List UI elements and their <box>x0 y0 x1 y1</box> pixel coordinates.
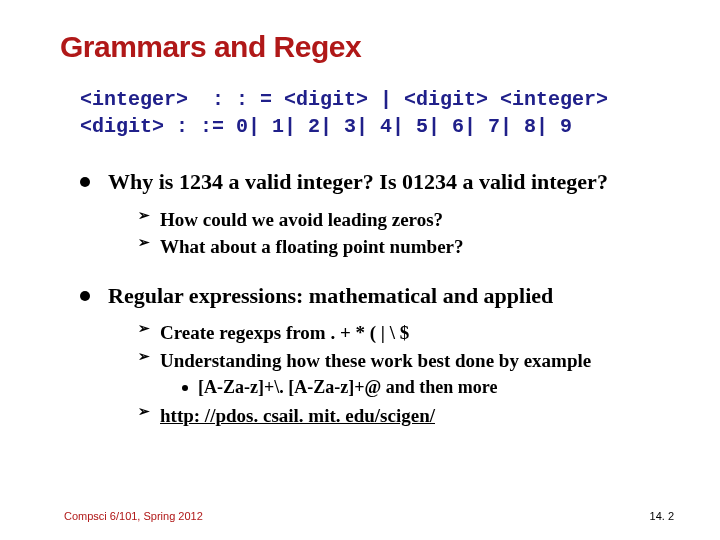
bullet-2-subs: Create regexps from . + * ( | \ $ Unders… <box>108 320 680 428</box>
slide-title: Grammars and Regex <box>60 30 680 64</box>
bullet-1-text: Why is 1234 a valid integer? Is 01234 a … <box>108 168 680 197</box>
bullet-2-text: Regular expressions: mathematical and ap… <box>108 282 680 311</box>
bullet-1-sub-2: What about a floating point number? <box>138 234 680 260</box>
bullet-2-sub-1: Create regexps from . + * ( | \ $ <box>138 320 680 346</box>
bullet-list: Why is 1234 a valid integer? Is 01234 a … <box>60 168 680 429</box>
bullet-2-sub-3: http: //pdos. csail. mit. edu/scigen/ <box>138 403 680 429</box>
bullet-1: Why is 1234 a valid integer? Is 01234 a … <box>80 168 680 260</box>
grammar-line-1: <integer> : : = <digit> | <digit> <integ… <box>80 88 608 111</box>
bullet-1-sub-1: How could we avoid leading zeros? <box>138 207 680 233</box>
grammar-block: <integer> : : = <digit> | <digit> <integ… <box>80 86 680 140</box>
scigen-link[interactable]: http: //pdos. csail. mit. edu/scigen/ <box>160 405 435 426</box>
bullet-2: Regular expressions: mathematical and ap… <box>80 282 680 429</box>
grammar-line-2: <digit> : := 0| 1| 2| 3| 4| 5| 6| 7| 8| … <box>80 115 572 138</box>
bullet-2-sub-2: Understanding how these work best done b… <box>138 348 680 399</box>
footer-course: Compsci 6/101, Spring 2012 <box>64 510 203 522</box>
bullet-2-sub-2-sub-1: [A-Za-z]+\. [A-Za-z]+@ and then more <box>182 376 680 399</box>
slide: Grammars and Regex <integer> : : = <digi… <box>0 0 720 540</box>
bullet-1-subs: How could we avoid leading zeros? What a… <box>108 207 680 260</box>
bullet-2-sub-2-text: Understanding how these work best done b… <box>160 350 591 371</box>
bullet-2-sub-2-subs: [A-Za-z]+\. [A-Za-z]+@ and then more <box>160 376 680 399</box>
footer-page: 14. 2 <box>650 510 674 522</box>
